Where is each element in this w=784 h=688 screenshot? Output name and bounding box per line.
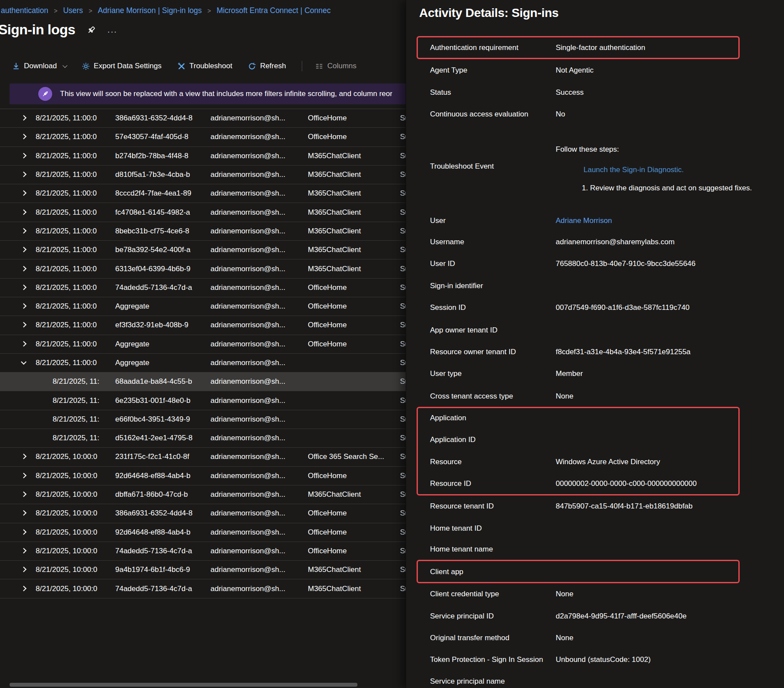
chevron-right-icon[interactable] (21, 567, 27, 572)
horizontal-scrollbar[interactable] (10, 683, 357, 687)
export-data-settings-label: Export Data Settings (94, 62, 162, 70)
table-row[interactable]: 8/21/2025, 11:00:0 Aggregate adrianemorr… (0, 335, 406, 354)
troubleshoot-button[interactable]: Troubleshoot (177, 62, 233, 70)
chevron-right-icon[interactable] (21, 473, 27, 479)
chevron-right-icon[interactable] (21, 341, 27, 346)
table-row[interactable]: 8/21/2025, 11:00:0 6313ef04-6399-4b6b-9 … (0, 259, 406, 278)
table-row[interactable]: 8/21/2025, 11:00:0 8bebc31b-cf75-4ce6-8 … (0, 222, 406, 241)
table-row[interactable]: 8/21/2025, 10:00:0 74adedd5-7136-4c7d-a … (0, 579, 406, 598)
table-row[interactable]: 8/21/2025, 10:00:0 9a4b1974-6b1f-4bc6-9 … (0, 561, 406, 579)
row-application: OfficeHome (308, 114, 347, 123)
chevron-right-icon[interactable] (21, 247, 27, 253)
chevron-right-icon[interactable] (21, 359, 27, 365)
row-status: Success (400, 585, 406, 593)
breadcrumb-link-user-signin-logs[interactable]: Adriane Morrison | Sign-in logs (98, 6, 202, 15)
chevron-right-icon[interactable] (21, 228, 27, 234)
table-row[interactable]: 8/21/2025, 11:00:0 74adedd5-7136-4c7d-a … (0, 279, 406, 297)
chevron-right-icon[interactable] (21, 303, 27, 309)
row-date: 8/21/2025, 11:00:0 (36, 227, 97, 236)
detail-field-value: None (556, 391, 574, 402)
troubleshoot-step: 1. Review the diagnosis and act on sugge… (582, 184, 752, 193)
row-request-id: 231f175c-f2c1-41c0-8f (115, 452, 189, 461)
table-row[interactable]: 8/21/2025, 11: e66f0bc4-3951-4349-9 adri… (0, 410, 406, 429)
breadcrumb-link-authentication[interactable]: authentication (1, 6, 48, 15)
pin-icon[interactable] (87, 25, 96, 35)
row-date: 8/21/2025, 11:00:0 (36, 321, 97, 329)
detail-field: App owner tenant ID (406, 325, 784, 336)
chevron-right-icon[interactable] (21, 285, 27, 290)
table-row[interactable]: 8/21/2025, 11:00:0 Aggregate adrianemorr… (0, 354, 406, 372)
table-row[interactable]: 8/21/2025, 11:00:0 fc4708e1-6145-4982-a … (0, 203, 406, 222)
table-row[interactable]: 8/21/2025, 11:00:0 b274bf2b-78ba-4f48-8 … (0, 147, 406, 166)
chevron-right-icon[interactable] (21, 585, 27, 591)
detail-field: User ID 765880c0-813b-40e7-910c-9bcc3de5… (406, 259, 784, 269)
chevron-right-icon[interactable] (21, 548, 27, 554)
row-status: Success (400, 509, 406, 518)
export-data-settings-button[interactable]: Export Data Settings (82, 62, 162, 70)
table-row[interactable]: 8/21/2025, 10:00:0 92d64648-ef88-4ab4-b … (0, 467, 406, 485)
row-request-id: 74adedd5-7136-4c7d-a (115, 547, 192, 555)
row-status: Success (400, 434, 406, 442)
table-row[interactable]: 8/21/2025, 11: 68aada1e-ba84-4c55-b adri… (0, 372, 406, 391)
download-button[interactable]: Download (12, 62, 66, 70)
detail-field-label: Authentication requirement (430, 43, 518, 53)
download-icon (12, 62, 20, 70)
row-application: Office 365 Search Se... (308, 452, 384, 461)
row-date: 8/21/2025, 11:00:0 (36, 152, 97, 160)
command-bar: Download Export Data Settings Troublesho… (12, 59, 357, 73)
detail-field: Resource Windows Azure Active Directory (406, 457, 784, 467)
row-application: OfficeHome (308, 133, 347, 141)
row-username: adrianemorrison@sh... (210, 490, 285, 499)
table-row[interactable]: 8/21/2025, 11: 6e235b31-001f-48e0-b adri… (0, 391, 406, 410)
signin-diagnostic-link[interactable]: Launch the Sign-in Diagnostic. (584, 166, 684, 174)
row-request-id: 386a6931-6352-4dd4-8 (115, 114, 193, 123)
row-request-id: 8cccd2f4-7fae-4ea1-89 (115, 189, 191, 198)
table-row[interactable]: 8/21/2025, 10:00:0 dbffa671-86b0-47cd-b … (0, 485, 406, 504)
table-row[interactable]: 8/21/2025, 11:00:0 8cccd2f4-7fae-4ea1-89… (0, 184, 406, 203)
troubleshoot-event-label: Troubleshoot Event (430, 162, 494, 171)
breadcrumb-link-entra-connect[interactable]: Microsoft Entra Connect | Connec (217, 6, 330, 15)
detail-field-label: Home tenant ID (430, 523, 482, 534)
table-row[interactable]: 8/21/2025, 10:00:0 231f175c-f2c1-41c0-8f… (0, 448, 406, 466)
chevron-right-icon[interactable] (21, 172, 27, 177)
table-row[interactable]: 8/21/2025, 11:00:0 57e43057-4faf-405d-8 … (0, 128, 406, 146)
row-username: adrianemorrison@sh... (210, 359, 285, 367)
refresh-button[interactable]: Refresh (248, 62, 286, 70)
chevron-right-icon[interactable] (21, 190, 27, 196)
row-status: Success (400, 528, 406, 537)
table-row[interactable]: 8/21/2025, 10:00:0 92d64648-ef88-4ab4-b … (0, 523, 406, 542)
columns-button[interactable]: Columns (315, 62, 357, 70)
chevron-right-icon[interactable] (21, 492, 27, 497)
detail-field: Original transfer method None (406, 633, 784, 643)
table-row[interactable]: 8/21/2025, 11:00:0 386a6931-6352-4dd4-8 … (0, 109, 406, 128)
chevron-right-icon[interactable] (21, 454, 27, 459)
detail-field-label: User ID (430, 259, 455, 269)
chevron-right-icon[interactable] (21, 115, 27, 121)
chevron-right-icon[interactable] (21, 529, 27, 535)
table-row[interactable]: 8/21/2025, 11:00:0 be78a392-54e2-400f-a … (0, 241, 406, 259)
chevron-right-icon[interactable] (21, 134, 27, 140)
chevron-right-icon[interactable] (21, 322, 27, 328)
table-row[interactable]: 8/21/2025, 11:00:0 ef3f3d32-91eb-408b-9 … (0, 316, 406, 335)
detail-field: Status Success (406, 87, 784, 98)
row-username: adrianemorrison@sh... (210, 340, 285, 349)
more-options-icon[interactable]: ... (107, 25, 117, 35)
chevron-right-icon[interactable] (21, 209, 27, 215)
chevron-right-icon[interactable] (21, 153, 27, 158)
row-date: 8/21/2025, 11:00:0 (36, 133, 97, 141)
table-row[interactable]: 8/21/2025, 10:00:0 74adedd5-7136-4c7d-a … (0, 542, 406, 561)
row-application: OfficeHome (308, 283, 347, 292)
table-row[interactable]: 8/21/2025, 11: d5162e41-2ee1-4795-8 adri… (0, 429, 406, 448)
detail-field-label: Original transfer method (430, 633, 509, 643)
page-title-bar: Sign-in logs ... (0, 22, 117, 38)
chevron-right-icon[interactable] (21, 266, 27, 271)
table-row[interactable]: 8/21/2025, 11:00:0 d810f5a1-7b3e-4cba-b … (0, 166, 406, 184)
row-status: Success (400, 396, 406, 405)
row-application: M365ChatClient (308, 189, 361, 198)
table-row[interactable]: 8/21/2025, 10:00:0 386a6931-6352-4dd4-8 … (0, 504, 406, 523)
chevron-right-icon[interactable] (21, 510, 27, 516)
row-application: OfficeHome (308, 321, 347, 329)
table-row[interactable]: 8/21/2025, 11:00:0 Aggregate adrianemorr… (0, 297, 406, 316)
row-date: 8/21/2025, 11:00:0 (36, 283, 97, 292)
breadcrumb-link-users[interactable]: Users (63, 6, 83, 15)
